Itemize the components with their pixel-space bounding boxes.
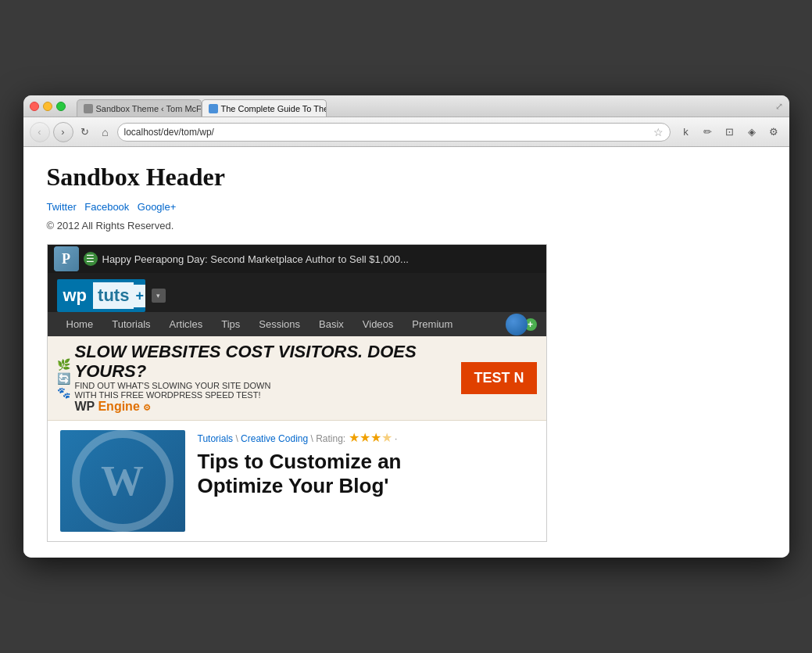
bookmark-icon: k (683, 126, 689, 138)
nav-premium[interactable]: Premium (402, 312, 462, 336)
page-content: Sandbox Header Twitter Facebook Google+ … (23, 147, 789, 557)
tab-sandbox[interactable]: Sandbox Theme ‹ Tom McFa... × (77, 99, 202, 117)
refresh-button[interactable]: ↻ (77, 124, 94, 141)
logo-plus: + (134, 285, 145, 307)
ad-subtext2: WITH THIS FREE WORDPRESS SPEED TEST! (75, 390, 457, 400)
news-text: Happy Peerapong Day: Second Marketplace … (102, 253, 540, 265)
ad-brand: WP Engine ⚙ (75, 400, 457, 414)
screen-icon: ⊡ (725, 126, 734, 138)
wp-inner-logo: W (101, 456, 144, 505)
avatar-image: P (54, 246, 79, 271)
screen-icon-button[interactable]: ⊡ (721, 123, 739, 142)
settings-icon: ⚙ (769, 126, 778, 138)
googleplus-link[interactable]: Google+ (138, 201, 177, 213)
nav-globe: + (506, 314, 537, 335)
layers-icon: ◈ (748, 126, 756, 138)
wptuts-nav: Home Tutorials Articles Tips Sessions Ba… (48, 312, 546, 336)
close-button[interactable] (30, 102, 39, 111)
tab-label-guide: The Complete Guide To The... (221, 104, 327, 113)
site-links: Twitter Facebook Google+ (47, 199, 766, 213)
star-rating: ★★★★ (349, 431, 392, 444)
nav-basix[interactable]: Basix (309, 312, 353, 336)
category-link[interactable]: Tutorials (198, 433, 234, 444)
rating-label: Rating: (316, 433, 345, 444)
title-bar: Sandbox Theme ‹ Tom McFa... × The Comple… (23, 95, 789, 117)
nav-tutorials[interactable]: Tutorials (102, 312, 159, 336)
back-button[interactable]: ‹ (30, 122, 50, 142)
article-title: Tips to Customize an Optimize Your Blog' (198, 450, 534, 498)
rating-dot: · (395, 433, 397, 444)
ad-banner: 🌿 🔄 🐾 SLOW WEBSITES COST VISITORS. DOES … (48, 336, 546, 420)
logo-tuts: tuts (93, 282, 134, 309)
bookmark-icon-button[interactable]: k (677, 123, 696, 142)
toolbar-icons: k ✏ ⊡ ◈ ⚙ (677, 123, 783, 142)
tab-complete-guide[interactable]: The Complete Guide To The... × (202, 99, 327, 117)
copyright-text: © 2012 All Rights Reserved. (47, 220, 766, 231)
article-title-line2: Optimize Your Blog' (198, 474, 389, 497)
resize-icon: ⤢ (775, 101, 783, 112)
dropdown-button[interactable]: ▾ (152, 289, 166, 303)
address-bar[interactable] (124, 127, 650, 138)
globe-icon (506, 314, 528, 335)
tab-favicon-guide (209, 104, 218, 113)
subcategory-link[interactable]: Creative Coding (241, 433, 308, 444)
embedded-browser: P ☰ Happy Peerapong Day: Second Marketpl… (47, 244, 547, 541)
ad-headline: SLOW WEBSITES COST VISITORS. DOES YOURS? (75, 343, 457, 380)
article-title-line1: Tips to Customize an (198, 450, 402, 473)
wptuts-logo: wp tuts + (57, 279, 145, 312)
nav-tips[interactable]: Tips (212, 312, 249, 336)
paw-icon: 🐾 (57, 386, 70, 399)
site-title: Sandbox Header (47, 163, 766, 192)
wptuts-header: wp tuts + ▾ (48, 273, 546, 312)
ad-subtext1: FIND OUT WHAT'S SLOWING YOUR SITE DOWN (75, 381, 457, 390)
tab-label-sandbox: Sandbox Theme ‹ Tom McFa... (96, 104, 202, 113)
forward-button[interactable]: › (53, 122, 73, 142)
embedded-topbar: P ☰ Happy Peerapong Day: Second Marketpl… (48, 245, 546, 273)
pencil-icon: ✏ (703, 126, 712, 138)
back-icon: ‹ (38, 126, 41, 138)
nav-sessions[interactable]: Sessions (249, 312, 309, 336)
ad-cta-button[interactable]: TEST N (461, 362, 536, 394)
avatar: P (54, 246, 79, 271)
address-bar-container: ☆ (117, 123, 671, 142)
wp-circle: W (72, 430, 173, 532)
refresh-ad-icon: 🔄 (57, 372, 70, 385)
article-meta: Tutorials \ Creative Coding \ Rating: ★★… (198, 430, 534, 498)
toolbar: ‹ › ↻ ⌂ ☆ k ✏ ⊡ ◈ (23, 117, 789, 147)
home-button[interactable]: ⌂ (97, 124, 114, 141)
star-button[interactable]: ☆ (653, 126, 664, 138)
nav-home[interactable]: Home (57, 312, 103, 336)
nav-videos[interactable]: Videos (353, 312, 403, 336)
home-icon: ⌂ (102, 126, 108, 138)
leaf-icon: 🌿 (57, 358, 70, 371)
menu-icon[interactable]: ☰ (84, 252, 98, 266)
ad-icons: 🌿 🔄 🐾 (57, 358, 70, 399)
facebook-link[interactable]: Facebook (84, 201, 129, 213)
traffic-lights (30, 102, 66, 111)
article-thumbnail: W (60, 430, 185, 532)
article-area: W Tutorials \ Creative Coding \ Rating: … (48, 421, 546, 541)
browser-window: Sandbox Theme ‹ Tom McFa... × The Comple… (23, 95, 789, 557)
forward-icon: › (61, 126, 64, 138)
tab-favicon-sandbox (84, 104, 93, 113)
pencil-icon-button[interactable]: ✏ (699, 123, 717, 142)
layers-icon-button[interactable]: ◈ (742, 123, 761, 142)
tabs-area: Sandbox Theme ‹ Tom McFa... × The Comple… (77, 95, 771, 117)
nav-articles[interactable]: Articles (160, 312, 213, 336)
minimize-button[interactable] (43, 102, 52, 111)
refresh-icon: ↻ (80, 126, 89, 138)
settings-icon-button[interactable]: ⚙ (764, 123, 783, 142)
ad-content: SLOW WEBSITES COST VISITORS. DOES YOURS?… (75, 343, 457, 413)
maximize-button[interactable] (56, 102, 66, 111)
article-breadcrumb: Tutorials \ Creative Coding \ Rating: ★★… (198, 430, 534, 445)
twitter-link[interactable]: Twitter (47, 201, 77, 213)
logo-wp: wp (57, 282, 94, 309)
